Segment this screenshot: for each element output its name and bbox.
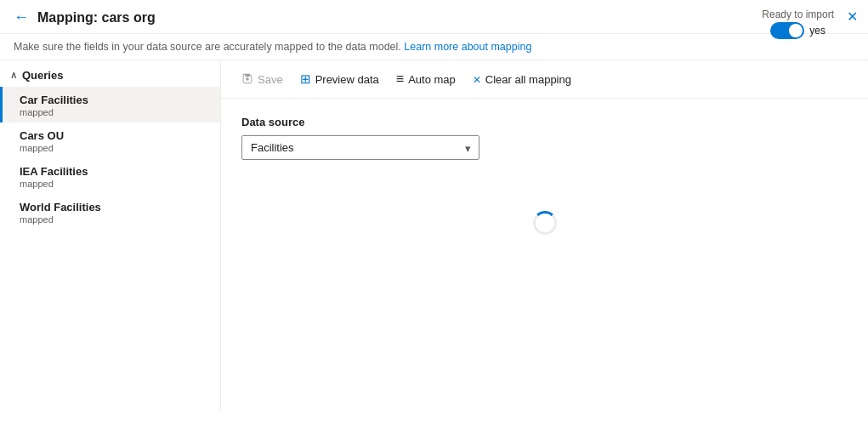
subtitle-text: Make sure the fields in your data source… (14, 41, 401, 53)
automap-label: Auto map (408, 73, 456, 86)
datasource-select-wrapper: Facilities Cars IEA World (241, 135, 479, 160)
ready-to-import-section: Ready to import yes (762, 9, 834, 39)
grid-icon (300, 71, 311, 87)
sidebar-item-status: mapped (20, 179, 210, 189)
import-toggle[interactable] (770, 22, 804, 39)
sidebar-item-name: Car Facilities (20, 94, 210, 106)
clear-all-mapping-button[interactable]: Clear all mapping (466, 68, 578, 90)
main-layout: ∧ Queries Car Facilities mapped Cars OU … (0, 60, 868, 411)
sidebar-item-status: mapped (20, 107, 210, 117)
save-icon (241, 72, 253, 87)
save-label: Save (258, 73, 283, 86)
loading-spinner (533, 211, 557, 235)
clearall-label: Clear all mapping (485, 73, 571, 86)
chevron-up-icon: ∧ (10, 70, 17, 81)
preview-data-button[interactable]: Preview data (293, 67, 386, 91)
save-button[interactable]: Save (235, 68, 290, 91)
back-button[interactable]: ← (14, 9, 29, 26)
datasource-label: Data source (241, 116, 848, 128)
loading-spinner-area (241, 211, 848, 235)
datasource-select[interactable]: Facilities Cars IEA World (241, 135, 479, 160)
sidebar-item-car-facilities[interactable]: Car Facilities mapped (0, 87, 220, 122)
sidebar-section-label: Queries (22, 69, 63, 82)
toolbar: Save Preview data Auto map Clear all map… (221, 60, 868, 99)
ready-label: Ready to import (762, 9, 834, 20)
sidebar-item-name: Cars OU (20, 129, 210, 142)
toggle-row: yes (770, 22, 825, 39)
sidebar-item-world-facilities[interactable]: World Facilities mapped (0, 194, 220, 230)
toggle-text: yes (809, 25, 825, 37)
list-icon (396, 71, 404, 87)
close-button[interactable]: ✕ (847, 9, 858, 25)
close-small-icon (473, 72, 481, 86)
subtitle-bar: Make sure the fields in your data source… (0, 34, 868, 60)
auto-map-button[interactable]: Auto map (389, 67, 462, 91)
content-body: Data source Facilities Cars IEA World (221, 99, 868, 411)
sidebar-item-iea-facilities[interactable]: IEA Facilities mapped (0, 158, 220, 194)
sidebar: ∧ Queries Car Facilities mapped Cars OU … (0, 60, 221, 411)
sidebar-item-name: IEA Facilities (20, 165, 210, 178)
content-area: Save Preview data Auto map Clear all map… (221, 60, 868, 411)
page-title: Mapping: cars org (37, 10, 156, 26)
sidebar-item-cars-ou[interactable]: Cars OU mapped (0, 122, 220, 158)
sidebar-item-status: mapped (20, 214, 210, 225)
preview-label: Preview data (315, 73, 379, 86)
sidebar-section-header[interactable]: ∧ Queries (0, 60, 220, 87)
header: ← Mapping: cars org Ready to import yes … (0, 0, 868, 34)
learn-more-link[interactable]: Learn more about mapping (404, 41, 531, 53)
sidebar-item-status: mapped (20, 143, 210, 153)
sidebar-item-name: World Facilities (20, 201, 210, 214)
